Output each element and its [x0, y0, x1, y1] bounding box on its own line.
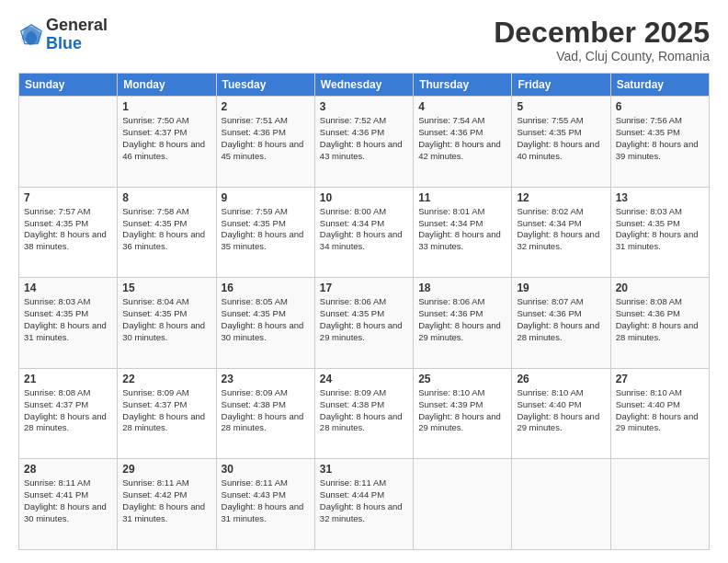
calendar-week-4: 21Sunrise: 8:08 AMSunset: 4:37 PMDayligh…	[19, 368, 710, 459]
cell-info: Sunrise: 8:10 AMSunset: 4:40 PMDaylight:…	[616, 387, 704, 434]
day-number: 4	[418, 100, 506, 113]
calendar-week-2: 7Sunrise: 7:57 AMSunset: 4:35 PMDaylight…	[19, 187, 710, 278]
calendar-cell: 29Sunrise: 8:11 AMSunset: 4:42 PMDayligh…	[118, 459, 216, 550]
day-header-wednesday: Wednesday	[314, 74, 413, 97]
calendar-cell: 19Sunrise: 8:07 AMSunset: 4:36 PMDayligh…	[512, 278, 610, 369]
calendar-cell: 15Sunrise: 8:04 AMSunset: 4:35 PMDayligh…	[118, 278, 216, 369]
day-number: 16	[222, 282, 310, 294]
cell-info: Sunrise: 8:03 AMSunset: 4:35 PMDaylight:…	[616, 206, 704, 253]
cell-info: Sunrise: 8:08 AMSunset: 4:36 PMDaylight:…	[616, 296, 704, 343]
calendar-cell: 27Sunrise: 8:10 AMSunset: 4:40 PMDayligh…	[610, 368, 709, 459]
day-number: 9	[222, 191, 310, 204]
day-number: 31	[320, 463, 408, 476]
cell-info: Sunrise: 7:50 AMSunset: 4:37 PMDaylight:…	[122, 115, 210, 162]
calendar-cell	[19, 97, 118, 188]
day-number: 13	[616, 191, 704, 204]
day-number: 6	[616, 100, 704, 113]
calendar-cell: 1Sunrise: 7:50 AMSunset: 4:37 PMDaylight…	[118, 97, 216, 188]
cell-info: Sunrise: 8:09 AMSunset: 4:38 PMDaylight:…	[222, 387, 310, 434]
cell-info: Sunrise: 8:09 AMSunset: 4:37 PMDaylight:…	[122, 387, 210, 434]
cell-info: Sunrise: 7:57 AMSunset: 4:35 PMDaylight:…	[24, 206, 112, 253]
day-number: 10	[320, 191, 408, 204]
day-number: 7	[24, 191, 112, 204]
calendar-cell: 21Sunrise: 8:08 AMSunset: 4:37 PMDayligh…	[19, 368, 118, 459]
day-header-sunday: Sunday	[19, 74, 118, 97]
day-header-saturday: Saturday	[610, 74, 709, 97]
cell-info: Sunrise: 8:11 AMSunset: 4:44 PMDaylight:…	[320, 477, 408, 524]
cell-info: Sunrise: 7:54 AMSunset: 4:36 PMDaylight:…	[418, 115, 506, 162]
day-number: 28	[24, 463, 112, 476]
page: General Blue December 2025 Vad, Cluj Cou…	[0, 0, 728, 563]
calendar-cell: 4Sunrise: 7:54 AMSunset: 4:36 PMDaylight…	[414, 97, 512, 188]
calendar-cell: 3Sunrise: 7:52 AMSunset: 4:36 PMDaylight…	[314, 97, 413, 188]
logo-blue-text: Blue	[46, 35, 108, 53]
calendar-cell: 25Sunrise: 8:10 AMSunset: 4:39 PMDayligh…	[414, 368, 512, 459]
calendar-cell: 11Sunrise: 8:01 AMSunset: 4:34 PMDayligh…	[414, 187, 512, 278]
calendar-cell: 24Sunrise: 8:09 AMSunset: 4:38 PMDayligh…	[314, 368, 413, 459]
day-number: 3	[320, 100, 408, 113]
calendar-cell: 18Sunrise: 8:06 AMSunset: 4:36 PMDayligh…	[414, 278, 512, 369]
logo-general-text: General	[46, 17, 108, 35]
day-number: 22	[122, 373, 210, 385]
calendar-cell: 22Sunrise: 8:09 AMSunset: 4:37 PMDayligh…	[118, 368, 216, 459]
day-number: 27	[616, 373, 704, 385]
calendar-cell: 26Sunrise: 8:10 AMSunset: 4:40 PMDayligh…	[512, 368, 610, 459]
day-number: 8	[122, 191, 210, 204]
day-number: 14	[24, 282, 112, 294]
cell-info: Sunrise: 7:55 AMSunset: 4:35 PMDaylight:…	[517, 115, 605, 162]
day-number: 21	[24, 373, 112, 385]
cell-info: Sunrise: 8:05 AMSunset: 4:35 PMDaylight:…	[222, 296, 310, 343]
cell-info: Sunrise: 8:10 AMSunset: 4:40 PMDaylight:…	[517, 387, 605, 434]
day-number: 1	[122, 100, 210, 113]
cell-info: Sunrise: 8:03 AMSunset: 4:35 PMDaylight:…	[24, 296, 112, 343]
calendar-cell: 5Sunrise: 7:55 AMSunset: 4:35 PMDaylight…	[512, 97, 610, 188]
day-number: 18	[418, 282, 506, 294]
calendar-cell: 7Sunrise: 7:57 AMSunset: 4:35 PMDaylight…	[19, 187, 118, 278]
day-header-tuesday: Tuesday	[216, 74, 314, 97]
cell-info: Sunrise: 7:51 AMSunset: 4:36 PMDaylight:…	[222, 115, 310, 162]
calendar-table: SundayMondayTuesdayWednesdayThursdayFrid…	[18, 73, 710, 550]
cell-info: Sunrise: 8:11 AMSunset: 4:41 PMDaylight:…	[24, 477, 112, 524]
calendar-cell: 8Sunrise: 7:58 AMSunset: 4:35 PMDaylight…	[118, 187, 216, 278]
calendar-week-3: 14Sunrise: 8:03 AMSunset: 4:35 PMDayligh…	[19, 278, 710, 369]
calendar-week-5: 28Sunrise: 8:11 AMSunset: 4:41 PMDayligh…	[19, 459, 710, 550]
day-number: 25	[418, 373, 506, 385]
calendar-cell: 6Sunrise: 7:56 AMSunset: 4:35 PMDaylight…	[610, 97, 709, 188]
day-number: 30	[222, 463, 310, 476]
logo-icon	[18, 22, 44, 48]
cell-info: Sunrise: 8:10 AMSunset: 4:39 PMDaylight:…	[418, 387, 506, 434]
day-number: 26	[517, 373, 605, 385]
calendar-cell: 30Sunrise: 8:11 AMSunset: 4:43 PMDayligh…	[216, 459, 314, 550]
cell-info: Sunrise: 8:07 AMSunset: 4:36 PMDaylight:…	[517, 296, 605, 343]
calendar-header-row: SundayMondayTuesdayWednesdayThursdayFrid…	[19, 74, 710, 97]
cell-info: Sunrise: 8:11 AMSunset: 4:43 PMDaylight:…	[222, 477, 310, 524]
calendar-cell: 17Sunrise: 8:06 AMSunset: 4:35 PMDayligh…	[314, 278, 413, 369]
day-number: 20	[616, 282, 704, 294]
logo-text: General Blue	[46, 17, 108, 53]
cell-info: Sunrise: 8:02 AMSunset: 4:34 PMDaylight:…	[517, 206, 605, 253]
day-number: 5	[517, 100, 605, 113]
cell-info: Sunrise: 8:04 AMSunset: 4:35 PMDaylight:…	[122, 296, 210, 343]
calendar-cell	[610, 459, 709, 550]
day-number: 23	[222, 373, 310, 385]
logo: General Blue	[18, 17, 108, 53]
calendar-cell	[414, 459, 512, 550]
day-header-thursday: Thursday	[414, 74, 512, 97]
cell-info: Sunrise: 8:11 AMSunset: 4:42 PMDaylight:…	[122, 477, 210, 524]
day-number: 2	[222, 100, 310, 113]
calendar-cell: 9Sunrise: 7:59 AMSunset: 4:35 PMDaylight…	[216, 187, 314, 278]
calendar-cell: 12Sunrise: 8:02 AMSunset: 4:34 PMDayligh…	[512, 187, 610, 278]
cell-info: Sunrise: 8:06 AMSunset: 4:36 PMDaylight:…	[418, 296, 506, 343]
cell-info: Sunrise: 7:59 AMSunset: 4:35 PMDaylight:…	[222, 206, 310, 253]
day-number: 24	[320, 373, 408, 385]
calendar-week-1: 1Sunrise: 7:50 AMSunset: 4:37 PMDaylight…	[19, 97, 710, 188]
calendar-cell: 20Sunrise: 8:08 AMSunset: 4:36 PMDayligh…	[610, 278, 709, 369]
cell-info: Sunrise: 8:08 AMSunset: 4:37 PMDaylight:…	[24, 387, 112, 434]
calendar-cell: 31Sunrise: 8:11 AMSunset: 4:44 PMDayligh…	[314, 459, 413, 550]
cell-info: Sunrise: 7:58 AMSunset: 4:35 PMDaylight:…	[122, 206, 210, 253]
day-number: 17	[320, 282, 408, 294]
day-header-monday: Monday	[118, 74, 216, 97]
cell-info: Sunrise: 7:56 AMSunset: 4:35 PMDaylight:…	[616, 115, 704, 162]
calendar-cell: 16Sunrise: 8:05 AMSunset: 4:35 PMDayligh…	[216, 278, 314, 369]
month-title: December 2025	[494, 17, 710, 49]
